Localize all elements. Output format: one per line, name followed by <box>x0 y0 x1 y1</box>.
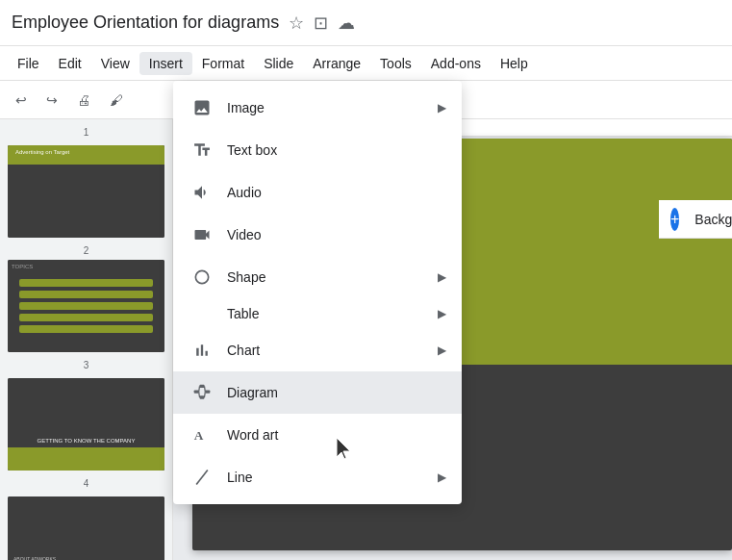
menu-arrange[interactable]: Arrange <box>303 52 370 75</box>
menu-option-table[interactable]: Table ▶ <box>173 298 462 329</box>
menu-bar: File Edit View Insert Format Slide Arran… <box>0 46 732 81</box>
svg-rect-2 <box>200 385 205 388</box>
svg-line-5 <box>199 386 200 392</box>
audio-label: Audio <box>227 185 446 200</box>
add-button[interactable]: + <box>670 208 679 231</box>
slide-1-label: Advertising on Target <box>15 149 69 155</box>
image-arrow: ▶ <box>438 101 446 115</box>
menu-slide[interactable]: Slide <box>254 52 303 75</box>
svg-rect-3 <box>200 395 205 398</box>
slide-4-label: ABOUT ADWORKS <box>13 556 56 560</box>
wordart-icon: A <box>189 421 215 448</box>
svg-rect-1 <box>194 391 199 394</box>
slide-thumbnail-3[interactable]: GETTING TO KNOW THE COMPANY <box>8 378 164 471</box>
diagram-icon <box>189 379 215 406</box>
menu-view[interactable]: View <box>91 52 139 75</box>
menu-option-shape[interactable]: Shape ▶ <box>173 256 462 298</box>
table-label: Table <box>227 306 438 321</box>
video-icon <box>189 221 215 248</box>
star-icon[interactable]: ☆ <box>289 13 304 34</box>
menu-tools[interactable]: Tools <box>370 52 421 75</box>
svg-line-8 <box>205 392 206 397</box>
paint-button[interactable]: 🖌 <box>102 89 131 112</box>
title-icons: ☆ ⊡ ☁ <box>289 13 355 34</box>
shape-arrow: ▶ <box>438 270 446 284</box>
svg-line-6 <box>199 392 200 397</box>
background-button[interactable]: Background <box>687 208 732 231</box>
svg-point-0 <box>195 270 208 283</box>
menu-option-audio[interactable]: Audio <box>173 171 462 214</box>
redo-button[interactable]: ↪ <box>38 89 65 112</box>
line-arrow: ▶ <box>438 471 446 484</box>
menu-help[interactable]: Help <box>491 52 538 75</box>
menu-insert[interactable]: Insert <box>139 52 192 75</box>
svg-rect-4 <box>205 391 210 394</box>
audio-icon <box>189 179 215 206</box>
menu-option-video[interactable]: Video <box>173 214 462 256</box>
menu-option-chart[interactable]: Chart ▶ <box>173 329 462 371</box>
shape-icon <box>189 264 215 291</box>
slide-number-4: 4 <box>0 478 172 489</box>
shape-label: Shape <box>227 269 438 285</box>
image-icon <box>189 94 215 121</box>
addon-toolbar: + Background Lay... <box>659 200 732 239</box>
slide-2-label: TOPICS <box>12 264 33 269</box>
cloud-icon[interactable]: ☁ <box>338 13 355 34</box>
menu-option-wordart[interactable]: A Word art <box>173 414 462 456</box>
line-label: Line <box>227 470 438 485</box>
textbox-label: Text box <box>227 142 446 158</box>
insert-menu: Image ▶ Text box Audio <box>173 81 462 504</box>
document-title: Employee Orientation for diagrams <box>12 13 279 33</box>
insert-dropdown: Image ▶ Text box Audio <box>173 81 462 504</box>
svg-text:A: A <box>194 428 204 443</box>
menu-file[interactable]: File <box>8 52 49 75</box>
slides-panel: 1 Advertising on Target 2 TOPICS <box>0 119 173 560</box>
slide-thumbnail-2[interactable]: TOPICS <box>8 260 164 352</box>
textbox-icon <box>189 137 215 164</box>
slide-number-1: 1 <box>0 127 172 138</box>
video-label: Video <box>227 227 446 242</box>
menu-option-line[interactable]: Line ▶ <box>173 456 462 498</box>
line-icon <box>189 464 215 491</box>
slide-3-label: GETTING TO KNOW THE COMPANY <box>15 438 157 444</box>
diagram-label: Diagram <box>227 385 446 400</box>
chart-icon <box>189 337 215 364</box>
undo-button[interactable]: ↩ <box>8 89 35 112</box>
slide-thumbnail-4[interactable]: ABOUT ADWORKS Full-service marketing... <box>8 496 164 560</box>
menu-option-diagram[interactable]: Diagram <box>173 371 462 414</box>
image-label: Image <box>227 100 438 115</box>
chart-label: Chart <box>227 343 438 358</box>
chart-arrow: ▶ <box>438 344 446 357</box>
slide-thumbnail-1[interactable]: Advertising on Target <box>8 145 164 238</box>
slide-number-2: 2 <box>0 245 172 256</box>
print-button[interactable]: 🖨 <box>69 89 98 112</box>
menu-format[interactable]: Format <box>192 52 254 75</box>
menu-addons[interactable]: Add-ons <box>421 52 491 75</box>
menu-option-image[interactable]: Image ▶ <box>173 87 462 129</box>
svg-line-7 <box>205 386 206 392</box>
menu-edit[interactable]: Edit <box>49 52 91 75</box>
menu-option-textbox[interactable]: Text box <box>173 129 462 171</box>
folder-icon[interactable]: ⊡ <box>314 13 328 34</box>
wordart-label: Word art <box>227 427 446 443</box>
table-arrow: ▶ <box>438 307 446 320</box>
title-bar: Employee Orientation for diagrams ☆ ⊡ ☁ <box>0 0 732 46</box>
slide-number-3: 3 <box>0 360 172 370</box>
